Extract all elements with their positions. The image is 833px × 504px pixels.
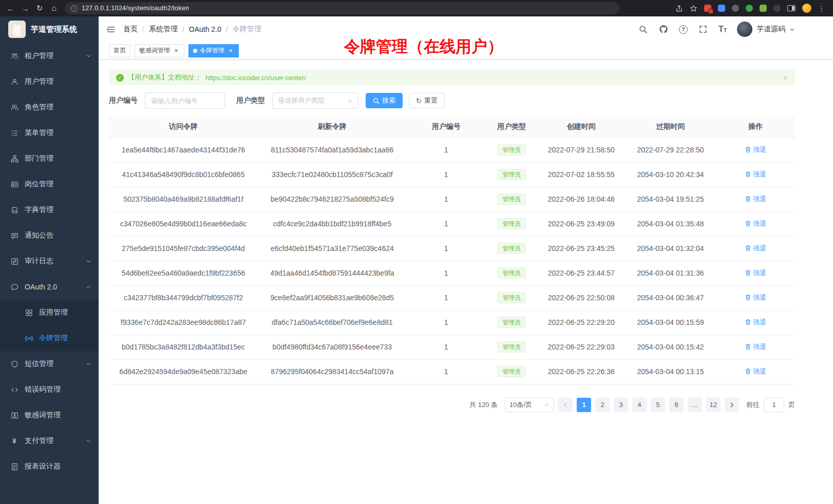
sidebar-item-label: 部门管理 <box>25 154 91 163</box>
breadcrumb-item[interactable]: 首页 <box>123 25 138 34</box>
cell-expire-time: 2054-03-04 00:36:47 <box>625 285 716 310</box>
user-id-input[interactable] <box>145 92 225 109</box>
extension-icon[interactable] <box>760 5 767 12</box>
user-type-tag: 管理员 <box>497 292 526 303</box>
page-button-5[interactable]: 5 <box>651 398 665 412</box>
cell-user-id: 1 <box>407 162 486 187</box>
force-logout-button[interactable]: 强退 <box>745 170 766 179</box>
page-button-6[interactable]: 6 <box>669 398 684 412</box>
page-button-3[interactable]: 3 <box>614 398 628 412</box>
doc-link[interactable]: https://doc.iocoder.cn/user-center/ <box>205 74 306 82</box>
font-size-icon[interactable] <box>718 25 727 33</box>
extension-icon[interactable] <box>746 5 753 12</box>
bookmark-star-icon[interactable] <box>690 5 697 12</box>
sidebar-item[interactable]: 岗位管理 <box>0 171 99 197</box>
github-icon[interactable] <box>658 24 669 34</box>
share-icon[interactable] <box>675 5 683 12</box>
sidebar-item[interactable]: ¥支付管理 <box>0 428 99 454</box>
page-size-select[interactable]: 10条/页 <box>505 398 554 412</box>
sidebar-item[interactable]: 错误码管理 <box>0 377 99 402</box>
tab[interactable]: 首页 <box>109 44 130 57</box>
cell-user-id: 1 <box>407 138 486 162</box>
site-info-icon[interactable] <box>71 5 78 12</box>
user-menu[interactable]: 芋道源码 <box>737 22 795 37</box>
tab-close-icon[interactable]: × <box>173 47 180 54</box>
browser-profile-avatar[interactable] <box>802 4 811 13</box>
goto-page-input[interactable] <box>764 398 784 412</box>
reset-button[interactable]: 重置 <box>409 93 445 108</box>
sidebar-item[interactable]: 审计日志 <box>0 248 99 274</box>
sidebar-item[interactable]: 菜单管理 <box>0 120 99 146</box>
table-row: 275e5de9151045fe87cbdc395e004f4de6cfd40e… <box>109 236 795 261</box>
sidebar-item-label: 用户管理 <box>25 77 91 86</box>
delete-icon <box>745 196 751 202</box>
breadcrumb: 首页/系统管理/OAuth 2.0/令牌管理 <box>123 25 261 34</box>
breadcrumb-item[interactable]: 系统管理 <box>149 25 178 34</box>
report-icon <box>10 462 18 471</box>
cell-expire-time: 2054-03-04 00:15:59 <box>625 310 716 335</box>
force-logout-button[interactable]: 强退 <box>745 293 766 302</box>
sidebar-item[interactable]: 用户管理 <box>0 69 99 94</box>
page-button-2[interactable]: 2 <box>595 398 610 412</box>
sidebar-item[interactable]: 租户管理 <box>0 43 99 69</box>
address-bar[interactable]: 127.0.0.1:1024/system/oauth2/token <box>65 2 619 14</box>
breadcrumb-item[interactable]: OAuth 2.0 <box>189 25 221 33</box>
extension-icon[interactable] <box>718 5 725 12</box>
prev-page-button[interactable] <box>558 398 573 412</box>
dict-icon <box>10 206 18 214</box>
force-logout-button[interactable]: 强退 <box>745 367 766 376</box>
tab[interactable]: 敏感词管理× <box>135 44 184 57</box>
browser-menu-icon[interactable] <box>818 5 825 12</box>
browser-home-button[interactable] <box>47 2 61 15</box>
sidebar-item[interactable]: OAuth 2.0 <box>0 274 99 300</box>
delete-icon <box>745 343 751 350</box>
page-ellipsis[interactable]: … <box>688 398 702 412</box>
cell-access-token: c342377bf8b344799dcbf7bf095287f2 <box>109 285 258 310</box>
force-logout-button[interactable]: 强退 <box>745 342 766 352</box>
force-logout-button[interactable]: 强退 <box>745 145 766 154</box>
extension-icon[interactable] <box>773 5 781 12</box>
search-icon[interactable] <box>638 24 648 34</box>
page-button-4[interactable]: 4 <box>632 398 647 412</box>
sidebar-item[interactable]: 通知公告 <box>0 223 99 248</box>
tab-close-icon[interactable]: × <box>227 47 234 54</box>
sidebar-item[interactable]: 字典管理 <box>0 197 99 223</box>
force-logout-button[interactable]: 强退 <box>745 195 766 204</box>
force-logout-button[interactable]: 强退 <box>745 219 766 228</box>
next-page-button[interactable] <box>725 398 739 412</box>
log-icon <box>10 257 18 265</box>
force-logout-button[interactable]: 强退 <box>745 318 766 327</box>
help-icon[interactable] <box>679 25 688 34</box>
search-button[interactable]: 搜索 <box>366 93 403 108</box>
page-button-1[interactable]: 1 <box>577 398 591 412</box>
page-button-12[interactable]: 12 <box>706 398 721 412</box>
split-screen-icon[interactable] <box>787 5 796 11</box>
user-type-select[interactable]: 请选择用户类型 <box>272 92 358 109</box>
sidebar-item[interactable]: 敏感词管理 <box>0 402 99 428</box>
force-logout-label: 强退 <box>753 195 766 204</box>
sidebar-toggle-button[interactable] <box>99 16 123 42</box>
sidebar-item[interactable]: 报表设计器 <box>0 454 99 479</box>
browser-forward-button[interactable] <box>18 2 32 15</box>
cell-refresh-token: 811c530487574fa0af1a59d3abc1aa66 <box>258 138 407 162</box>
force-logout-button[interactable]: 强退 <box>745 244 766 253</box>
sidebar-item[interactable]: 部门管理 <box>0 146 99 171</box>
fullscreen-icon[interactable] <box>698 24 708 34</box>
browser-reload-button[interactable] <box>33 2 46 15</box>
browser-back-button[interactable] <box>4 2 17 15</box>
sidebar-item[interactable]: 短信管理 <box>0 351 99 377</box>
tab[interactable]: 令牌管理× <box>188 44 239 57</box>
cell-access-token: 502375b8040a469a9b82188afdf6af1f <box>109 187 258 211</box>
force-logout-button[interactable]: 强退 <box>745 268 766 278</box>
sidebar-item[interactable]: 角色管理 <box>0 94 99 120</box>
alert-close-icon[interactable] <box>783 74 788 82</box>
sidebar-item[interactable]: 应用管理 <box>0 300 99 325</box>
extension-icon[interactable] <box>732 5 739 12</box>
extension-icon[interactable] <box>704 5 711 12</box>
user-icon <box>10 77 18 86</box>
cell-create-time: 2022-06-25 22:29:20 <box>538 310 625 335</box>
cell-access-token: 1ea5e44f8bc1467aaede43144f31de76 <box>109 138 258 162</box>
app-logo[interactable]: 芋道管理系统 <box>0 16 99 42</box>
browser-chrome: 127.0.0.1:1024/system/oauth2/token <box>0 0 833 16</box>
sidebar-item[interactable]: 令牌管理 <box>0 325 99 351</box>
